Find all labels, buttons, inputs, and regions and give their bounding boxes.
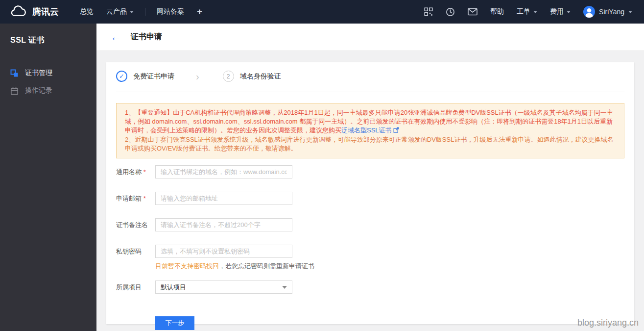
qrcode-icon[interactable] <box>424 7 433 16</box>
project-label: 所属项目 <box>116 283 155 292</box>
nav-billing[interactable]: 费用 <box>550 7 571 16</box>
page-title: 证书申请 <box>131 32 162 42</box>
top-navbar: 腾讯云 总览 云产品 网站备案 + <box>0 0 644 24</box>
nav-ticket[interactable]: 工单 <box>517 7 537 16</box>
cert-alias-input[interactable] <box>155 218 292 231</box>
certificate-apply-card: ✓ 免费证书申请 › 2 域名身份验证 1、【重要通知】由于CA机构和证书代理商… <box>106 62 634 324</box>
project-select[interactable]: 默认项目 <box>155 280 292 294</box>
required-mark: * <box>143 168 146 176</box>
calendar-icon <box>10 87 19 95</box>
sidebar: SSL 证书 证书管理 <box>0 24 96 331</box>
step-separator-icon: › <box>196 72 199 81</box>
brand-name: 腾讯云 <box>32 6 59 18</box>
chevron-down-icon <box>567 11 571 13</box>
notice-item-1: 1、【重要通知】由于CA机构和证书代理商策略调整，从2018年1月1日起，同一主… <box>125 108 616 135</box>
private-key-password-label: 私钥密码 <box>116 247 155 256</box>
chevron-down-icon <box>282 286 287 289</box>
required-mark: * <box>143 195 146 202</box>
project-select-value: 默认项目 <box>161 283 186 292</box>
mail-icon[interactable] <box>468 8 477 16</box>
form-row-cert-alias: 证书备注名 <box>116 218 624 231</box>
next-step-button[interactable]: 下一步 <box>155 316 194 330</box>
form-row-email: 申请邮箱 * <box>116 192 624 205</box>
add-nav-button[interactable]: + <box>197 6 202 17</box>
watermark: blog.siriyang.cn <box>577 318 639 328</box>
chevron-down-icon <box>628 11 632 13</box>
private-key-password-input[interactable] <box>155 245 292 258</box>
username: SiriYang <box>599 8 624 16</box>
clock-icon[interactable] <box>446 7 455 17</box>
email-input[interactable] <box>155 192 292 205</box>
form-row-project: 所属项目 默认项目 <box>116 280 624 294</box>
external-link-icon[interactable] <box>393 127 399 135</box>
page-header: ← 证书申请 <box>96 24 644 51</box>
account-menu[interactable]: SiriYang <box>583 6 632 18</box>
step-indicator: ✓ 免费证书申请 › 2 域名身份验证 <box>116 62 624 82</box>
form-row-common-name: 通用名称 * <box>116 165 624 178</box>
avatar <box>583 6 595 18</box>
step1-check-icon: ✓ <box>116 71 127 82</box>
nav-help[interactable]: 帮助 <box>490 7 504 16</box>
sidebar-item-cert-management[interactable]: 证书管理 <box>0 64 96 82</box>
form-row-private-key-password: 私钥密码 <box>116 245 624 258</box>
sidebar-item-label: 证书管理 <box>25 69 52 77</box>
notice-item-2: 2、近期由于赛门铁克SSL证书颁发系统升级，域名敏感词库进行更新调整，可能导致部… <box>125 135 616 153</box>
notice-box: 1、【重要通知】由于CA机构和证书代理商策略调整，从2018年1月1日起，同一主… <box>116 103 624 158</box>
certificate-icon <box>10 69 19 77</box>
brand-logo[interactable]: 腾讯云 <box>10 5 59 18</box>
chevron-down-icon <box>130 11 134 13</box>
email-label: 申请邮箱 * <box>116 194 155 203</box>
certificate-form: 通用名称 * 申请邮箱 * 证书备注名 私钥密码 <box>116 165 624 330</box>
step2-label: 域名身份验证 <box>240 72 281 81</box>
nav-products[interactable]: 云产品 <box>106 7 134 16</box>
chevron-down-icon <box>533 11 537 13</box>
cloud-logo-icon <box>10 5 27 18</box>
common-name-label: 通用名称 * <box>116 168 155 177</box>
step1-label: 免费证书申请 <box>133 72 174 81</box>
sidebar-item-operation-log[interactable]: 操作记录 <box>0 82 96 100</box>
wildcard-ssl-link[interactable]: 泛域名型SSL证书 <box>341 127 392 134</box>
nav-divider <box>145 8 145 16</box>
sidebar-item-label: 操作记录 <box>25 86 52 95</box>
cert-alias-label: 证书备注名 <box>116 221 155 229</box>
back-button[interactable]: ← <box>110 31 121 43</box>
steps-divider <box>116 92 624 92</box>
common-name-input[interactable] <box>155 165 292 178</box>
password-hint: 目前暂不支持密码找回，若您忘记密码则需重新申请证书 <box>155 262 624 271</box>
step2-number: 2 <box>223 71 234 82</box>
nav-beian[interactable]: 网站备案 <box>157 7 184 16</box>
nav-overview[interactable]: 总览 <box>80 7 94 16</box>
sidebar-title: SSL 证书 <box>0 24 96 46</box>
